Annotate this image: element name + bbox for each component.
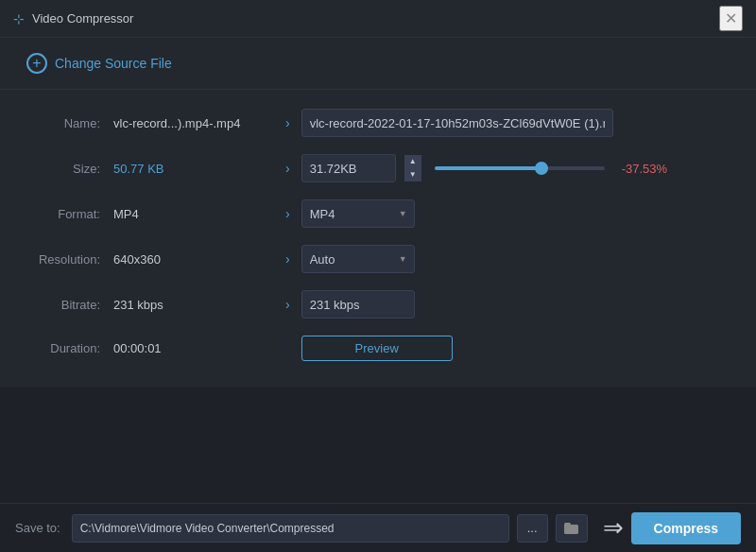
format-original: MP4 — [113, 207, 274, 221]
size-original: 50.77 KB — [113, 162, 274, 176]
size-arrow-icon: › — [285, 161, 290, 176]
bitrate-row: Bitrate: 231 kbps › — [28, 290, 728, 319]
resolution-original: 640x360 — [113, 252, 274, 267]
save-to-label: Save to: — [15, 521, 60, 535]
resolution-select[interactable]: Auto 640x360 1280x720 1920x1080 — [301, 245, 415, 273]
size-percent: -37.53% — [622, 162, 667, 176]
compress-button[interactable]: Compress — [631, 512, 741, 544]
add-icon: + — [26, 53, 47, 74]
size-slider-fill — [435, 166, 541, 170]
format-row: Format: MP4 › MP4 MKV AVI MOV WMV — [28, 199, 728, 228]
duration-row: Duration: 00:00:01 › Preview — [28, 336, 728, 361]
change-source-button[interactable]: + Change Source File — [19, 49, 180, 78]
compress-arrow-icon: ⇒ — [603, 513, 624, 543]
open-folder-button[interactable] — [556, 514, 588, 543]
name-label: Name: — [28, 116, 113, 130]
size-controls: ▲ ▼ -37.53% — [301, 154, 667, 182]
bottom-bar: Save to: ... ⇒ Compress — [0, 503, 756, 552]
name-new-input[interactable] — [301, 109, 613, 137]
folder-icon — [564, 522, 579, 535]
toolbar: + Change Source File — [0, 38, 756, 90]
svg-rect-1 — [564, 523, 571, 526]
resolution-label: Resolution: — [28, 252, 113, 267]
size-spin-up[interactable]: ▲ — [404, 155, 421, 168]
format-arrow-icon: › — [285, 206, 290, 221]
format-select[interactable]: MP4 MKV AVI MOV WMV — [301, 199, 415, 228]
name-row: Name: vlc-record...).mp4-.mp4 › — [28, 109, 728, 137]
duration-value: 00:00:01 — [113, 341, 274, 355]
resolution-select-wrap: Auto 640x360 1280x720 1920x1080 — [301, 245, 415, 273]
name-arrow-icon: › — [285, 115, 290, 130]
resolution-row: Resolution: 640x360 › Auto 640x360 1280x… — [28, 245, 728, 273]
size-new-input[interactable] — [301, 154, 396, 182]
format-label: Format: — [28, 207, 113, 221]
bitrate-new-input[interactable] — [301, 290, 415, 319]
size-label: Size: — [28, 162, 113, 176]
size-slider-track[interactable] — [435, 166, 605, 170]
duration-label: Duration: — [28, 341, 113, 355]
resolution-arrow-icon: › — [285, 251, 290, 267]
title-bar: ⊹ Video Compressor ✕ — [0, 0, 756, 38]
drag-icon: ⊹ — [13, 11, 25, 26]
save-path-input[interactable] — [72, 514, 509, 543]
browse-dots-button[interactable]: ... — [517, 514, 548, 543]
bitrate-arrow-icon: › — [285, 297, 290, 312]
size-row: Size: 50.77 KB › ▲ ▼ -37.53% — [28, 154, 728, 182]
app-title: Video Compressor — [32, 11, 133, 26]
size-spin-down[interactable]: ▼ — [404, 168, 421, 181]
bitrate-original: 231 kbps — [113, 298, 274, 312]
change-source-label: Change Source File — [55, 56, 172, 71]
title-bar-left: ⊹ Video Compressor — [13, 11, 133, 26]
close-button[interactable]: ✕ — [719, 6, 743, 31]
bitrate-label: Bitrate: — [28, 298, 113, 312]
main-content: Name: vlc-record...).mp4-.mp4 › Size: 50… — [0, 90, 756, 388]
size-spinner: ▲ ▼ — [404, 155, 421, 181]
size-slider-thumb[interactable] — [535, 162, 548, 175]
format-select-wrap: MP4 MKV AVI MOV WMV — [301, 199, 415, 228]
name-original: vlc-record...).mp4-.mp4 — [113, 116, 274, 130]
preview-button[interactable]: Preview — [301, 336, 453, 361]
